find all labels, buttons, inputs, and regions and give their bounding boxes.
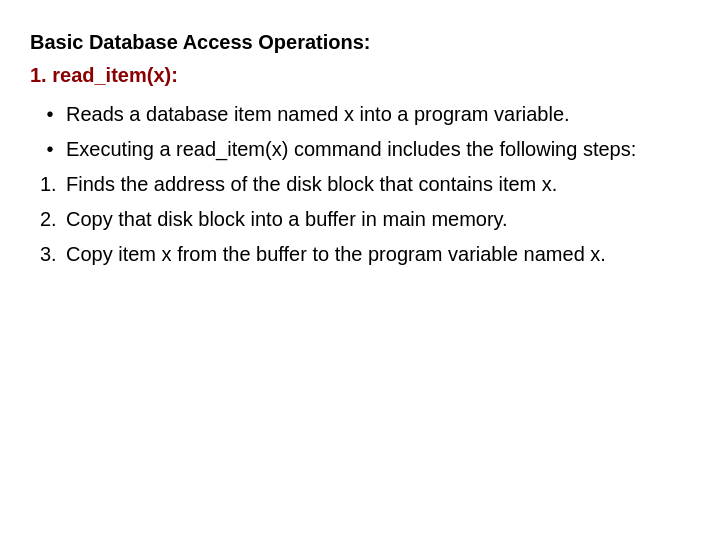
numbered-marker-2: 2. xyxy=(30,205,66,234)
main-title: Basic Database Access Operations: xyxy=(30,28,690,57)
bullet-marker-2: • xyxy=(30,135,66,164)
numbered-item-2: 2. Copy that disk block into a buffer in… xyxy=(30,205,690,234)
bullet-marker-1: • xyxy=(30,100,66,129)
numbered-text-1: Finds the address of the disk block that… xyxy=(66,170,690,199)
numbered-marker-1: 1. xyxy=(30,170,66,199)
bullet-item-2: • Executing a read_item(x) command inclu… xyxy=(30,135,690,164)
numbered-text-3: Copy item x from the buffer to the progr… xyxy=(66,240,690,269)
page-container: Basic Database Access Operations: 1. rea… xyxy=(30,28,690,269)
section-heading: 1. read_item(x): xyxy=(30,61,690,90)
bullet-item-1: • Reads a database item named x into a p… xyxy=(30,100,690,129)
numbered-text-2: Copy that disk block into a buffer in ma… xyxy=(66,205,690,234)
bullet-text-2: Executing a read_item(x) command include… xyxy=(66,135,690,164)
content-area: • Reads a database item named x into a p… xyxy=(30,100,690,269)
numbered-item-1: 1. Finds the address of the disk block t… xyxy=(30,170,690,199)
numbered-marker-3: 3. xyxy=(30,240,66,269)
numbered-item-3: 3. Copy item x from the buffer to the pr… xyxy=(30,240,690,269)
bullet-text-1: Reads a database item named x into a pro… xyxy=(66,100,690,129)
